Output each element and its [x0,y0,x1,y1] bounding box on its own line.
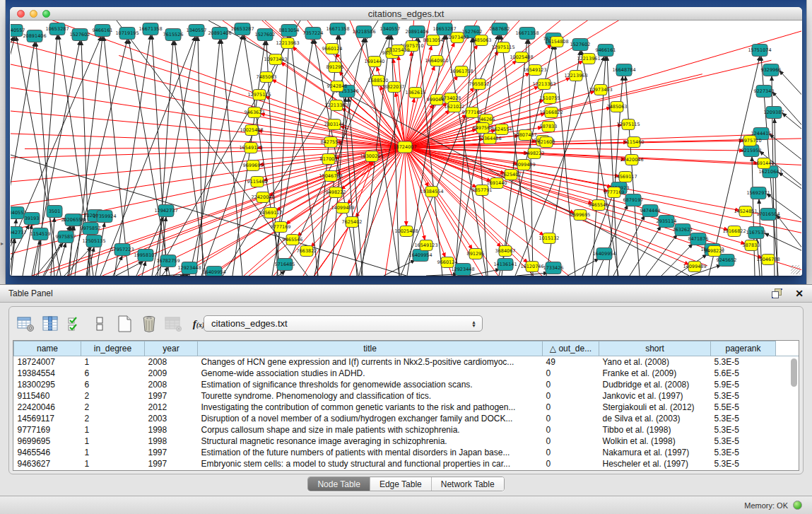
graph-node[interactable]: 8215958 [741,145,762,157]
network-window-titlebar[interactable]: citations_edges.txt [10,7,802,21]
graph-node[interactable]: 1154519 [30,228,51,240]
graph-node[interactable]: 16648784 [612,64,635,76]
show-columns-button[interactable] [40,313,61,334]
graph-node[interactable]: 16409954 [592,248,616,260]
graph-node[interactable]: 10025488 [510,52,533,63]
graph-node[interactable]: 16671358 [139,23,162,35]
graph-node[interactable]: 9975857 [81,223,101,235]
network-view[interactable]: 1340557208914061065328715276029466161107… [11,21,801,276]
left-panel-strip[interactable]: ▸ [0,0,6,284]
graph-node[interactable]: 17957223 [110,244,134,256]
graph-node[interactable]: 7615526 [163,29,184,41]
graph-node[interactable]: 22420046 [620,155,643,165]
graph-node[interactable]: 20891406 [405,26,428,38]
table-scrollbar-thumb[interactable] [791,358,797,387]
graph-node[interactable]: 16549123 [523,65,546,76]
graph-node[interactable]: 8813054 [423,35,444,46]
graph-node[interactable]: 1340557 [380,23,401,35]
graph-node[interactable]: 12213963 [564,71,587,81]
graph-node[interactable]: 14569117 [613,172,637,182]
graph-node[interactable]: 16671358 [515,28,539,40]
graph-node[interactable]: 1691440 [365,57,385,67]
graph-node[interactable]: 12942737 [11,227,27,239]
graph-node[interactable]: 39193 [24,213,40,225]
delete-table-button[interactable] [139,313,160,334]
graph-node[interactable]: 7357224 [303,28,324,40]
graph-node[interactable]: 1167531 [746,227,767,239]
graph-node[interactable]: 16409954 [408,250,432,262]
table-selector-dropdown[interactable]: citations_edges.txt ▲▼ [204,315,483,332]
graph-node[interactable]: 12975115 [616,119,640,130]
right-panel-strip[interactable] [806,0,812,284]
graph-node[interactable]: 1527602 [570,39,591,51]
graph-node[interactable]: 16671358 [326,23,349,35]
graph-node[interactable]: 12975115 [247,90,271,100]
table-row[interactable]: 2242004622012Investigating the contribut… [14,402,800,413]
graph-node[interactable]: 9699695 [243,160,264,171]
graph-node[interactable]: 1015132 [539,233,560,244]
graph-node[interactable]: 9227343 [754,86,775,98]
window-resize-grip[interactable] [791,265,800,274]
column-header[interactable]: pagerank [711,341,776,356]
graph-node[interactable]: 9465546 [589,200,609,211]
graph-node[interactable]: 8471876 [688,233,709,245]
graph-node[interactable]: 12923448 [177,262,201,274]
graph-node[interactable]: 2935114 [657,216,677,228]
table-row[interactable]: 911546021997Tourette syndrome. Phenomeno… [14,390,800,402]
table-row[interactable]: 969969511998Structural magnetic resonanc… [14,436,800,447]
table-row[interactable]: 1830029562008Estimation of significance … [14,379,800,390]
graph-node[interactable]: 9115460 [624,137,645,148]
graph-node[interactable]: 891295 [467,249,485,259]
graph-node[interactable]: 8427552 [321,137,341,148]
column-header[interactable]: △ out_de... [543,341,599,356]
graph-node[interactable]: 2803144 [324,119,345,130]
graph-node[interactable]: 9660124 [322,44,343,54]
graph-node[interactable]: 19218586 [352,26,375,38]
column-header[interactable]: name [14,341,81,356]
graph-node[interactable]: 621600 [538,137,555,148]
graph-node[interactable]: 19958107 [134,250,157,262]
expand-left-panel-icon[interactable]: ▸ [1,240,4,247]
graph-node[interactable]: 9466161 [93,25,113,37]
graph-node[interactable]: 1527602 [70,29,90,41]
graph-node[interactable]: 14136141 [493,259,517,271]
table-row[interactable]: 946554611997Estimation of the future num… [14,447,800,458]
graph-node[interactable]: 817003 [320,154,338,165]
tab-network-table[interactable]: Network Table [431,477,504,491]
column-header[interactable]: year [145,341,198,356]
table-row[interactable]: 946362711997Embryonic stem cells: a mode… [14,458,800,469]
graph-node[interactable]: 587833 [743,240,760,251]
graph-node[interactable]: 20891406 [208,28,231,40]
column-header[interactable]: title [198,341,543,356]
graph-node[interactable]: 2687682 [490,23,510,35]
graph-node[interactable]: 1340557 [187,25,207,37]
graph-node[interactable]: 19166822 [722,226,746,237]
delete-column-button[interactable] [163,313,184,334]
graph-node[interactable]: 19166822 [539,107,563,118]
tab-edge-table[interactable]: Edge Table [370,477,431,491]
graph-node[interactable]: 6879197 [623,194,644,206]
row-height-button[interactable] [89,313,110,334]
select-rows-button[interactable] [64,313,86,334]
memory-status-indicator[interactable] [793,501,802,510]
graph-node[interactable]: 20891406 [23,30,46,42]
graph-node[interactable]: 10719195 [115,28,139,40]
float-panel-icon[interactable] [772,288,782,298]
column-header[interactable]: short [599,341,711,356]
graph-node[interactable]: 10653287 [230,23,254,35]
column-header[interactable]: in_degree [81,341,145,356]
graph-node[interactable]: 5716485 [275,259,295,271]
graph-node[interactable]: 3501 [47,206,62,218]
table-options-button[interactable] [15,313,36,334]
close-panel-icon[interactable]: ✕ [795,288,804,298]
graph-node[interactable]: 14524851 [734,206,757,217]
network-canvas[interactable]: 1340557208914061065328715276029466161107… [11,21,801,276]
graph-node[interactable]: 1733426 [543,262,564,274]
graph-node[interactable]: 9329966 [761,64,782,76]
graph-node[interactable]: 9466161 [596,45,616,57]
table-row[interactable]: 1872400712008Changes of HCN gene express… [14,356,800,368]
table-row[interactable]: 977716911998Corpus callosum shape and si… [14,424,800,436]
graph-node[interactable]: 1527602 [255,29,276,41]
graph-node[interactable]: 9975857 [56,231,76,243]
graph-node[interactable]: 7632621 [673,224,693,236]
